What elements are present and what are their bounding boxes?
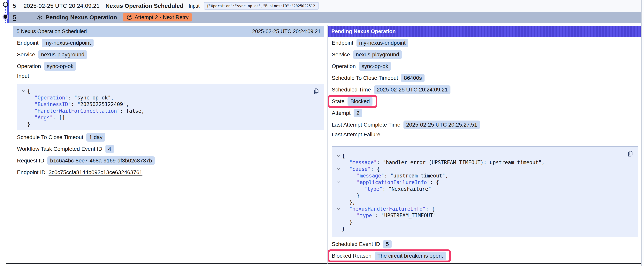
field-row-scheduled-time: Scheduled Time2025-02-25 UTC 20:24:09.21 (328, 84, 642, 96)
field-value-chip: 2 (354, 109, 362, 117)
json-key: "cause" (349, 166, 371, 172)
event-name: Nexus Operation Scheduled (106, 3, 184, 9)
chevron-down-icon[interactable] (337, 167, 340, 170)
event-timestamp: 2025-02-25 UTC 20:24:09.21 (24, 3, 100, 9)
chevron-down-icon[interactable] (337, 207, 340, 210)
json-value: false (126, 108, 141, 114)
field-value-chip: nexus-playground (353, 50, 402, 59)
scheduled-panel-header: 5 Nexus Operation Scheduled 2025-02-25 U… (13, 26, 324, 37)
open-circle-icon[interactable] (3, 2, 8, 7)
field-row-workflow-task-completed-event-id: Workflow Task Completed Event ID4 (13, 143, 324, 155)
json-value: } (27, 121, 30, 127)
field-label: Blocked Reason (332, 253, 372, 259)
field-value-chip: sync-op-ok (44, 62, 76, 71)
json-line: { (20, 88, 318, 94)
field-label: Request ID (17, 158, 44, 164)
json-value: "sync-op-ok" (74, 95, 111, 101)
json-line: "message": "upstream timeout", (335, 172, 632, 179)
chevron-down-icon[interactable] (337, 154, 340, 157)
json-value: "upstream timeout" (390, 173, 445, 179)
field-value-chip: Blocked (348, 97, 372, 106)
failure-block-label: Last Attempt Failure (328, 131, 642, 138)
scheduled-fields-top: Endpointmy-nexus-endpointServicenexus-pl… (13, 37, 324, 72)
json-key: "applicationFailureInfo" (357, 179, 430, 185)
json-value: [] (59, 115, 65, 121)
json-line: "cause": { (335, 166, 632, 172)
pending-event-name: Pending Nexus Operation (46, 14, 117, 21)
event-row-pending-nexus-operation[interactable]: 5 Pending Nexus Operation Attempt 2 · Ne… (9, 12, 641, 23)
annotation-highlight-box: Blocked ReasonThe circuit breaker is ope… (328, 249, 451, 262)
event-id-link[interactable]: 5 (13, 3, 16, 9)
json-line: } (335, 219, 632, 225)
json-value: : (120, 108, 126, 114)
event-row-nexus-operation-scheduled[interactable]: 5 2025-02-25 UTC 20:24:09.21 Nexus Opera… (9, 0, 641, 12)
json-line: }, (335, 199, 632, 205)
field-row-operation: Operationsync-op-ok (13, 61, 324, 72)
scrollbar[interactable] (641, 0, 644, 266)
asterisk-icon (37, 14, 43, 21)
field-row-service: Servicenexus-playground (13, 49, 324, 61)
json-value: : (375, 212, 381, 218)
annotation-highlight-box: StateBlocked (328, 95, 377, 108)
json-key: "message" (349, 159, 377, 165)
json-value: : { (371, 166, 380, 172)
json-value: } (349, 219, 352, 225)
field-link-value[interactable]: 3c0c75ccfa8144b092c13ce632463761 (48, 169, 142, 175)
json-value: "NexusFailure" (388, 186, 431, 192)
json-value: : { (430, 179, 439, 185)
retry-badge-label: Attempt 2 · Next Retry (134, 14, 188, 21)
event-id-link[interactable]: 5 (13, 14, 16, 21)
pending-fields-bottom: Scheduled Event ID5Blocked ReasonThe cir… (328, 238, 642, 262)
field-value-chip: my-nexus-endpoint (356, 39, 408, 47)
retry-attempt-badge[interactable]: Attempt 2 · Next Retry (123, 13, 192, 22)
field-label: Endpoint (17, 40, 38, 46)
json-key: "type" (364, 186, 382, 192)
json-value: }, (349, 199, 355, 205)
json-key: "BusinessID" (34, 101, 71, 107)
field-value-chip: sync-op-ok (359, 62, 391, 71)
json-value: : (71, 101, 77, 107)
json-value: : (68, 95, 74, 101)
json-line: } (335, 192, 632, 199)
field-row-endpoint: Endpointmy-nexus-endpoint (13, 37, 324, 49)
field-row-blocked-reason: Blocked ReasonThe circuit breaker is ope… (328, 250, 642, 262)
event-detail-area: 5 Nexus Operation Scheduled 2025-02-25 U… (13, 25, 642, 264)
field-value-chip: my-nexus-endpoint (42, 39, 94, 47)
field-label: Service (17, 52, 35, 58)
json-line: "Operation": "sync-op-ok", (20, 94, 318, 101)
field-value-chip: 4 (106, 145, 114, 153)
field-label: Last Attempt Complete Time (332, 122, 400, 128)
json-key: "message" (357, 173, 384, 179)
json-value: "20250225122409" (77, 101, 126, 107)
panel-title: 5 Nexus Operation Scheduled (16, 29, 87, 35)
json-line-gutter (20, 91, 27, 92)
copy-icon[interactable] (313, 88, 319, 96)
temporal-event-history: 5 2025-02-25 UTC 20:24:09.21 Nexus Opera… (0, 0, 644, 266)
json-line-gutter (335, 208, 342, 209)
field-label: Operation (332, 63, 356, 69)
field-value-chip: 1 day (86, 133, 105, 142)
field-label: State (332, 98, 344, 105)
json-key: "nexusHandlerFailureInfo" (349, 206, 426, 212)
field-row-request-id: Request IDb1c6a4bc-8ee7-468a-9169-df3b02… (13, 155, 324, 167)
chevron-down-icon[interactable] (337, 180, 340, 183)
json-key: "HandlerWaitForCancellation" (34, 108, 120, 114)
json-line: } (335, 225, 632, 232)
json-value: : (53, 115, 59, 121)
json-line: "HandlerWaitForCancellation": false, (20, 108, 318, 114)
filled-dot-icon[interactable] (4, 15, 8, 19)
json-line: "message": "handler error (UPSTREAM_TIME… (335, 159, 632, 166)
input-inline-label: Input (189, 3, 200, 9)
panel-title: Pending Nexus Operation (331, 29, 396, 35)
json-line: { (335, 152, 632, 159)
field-value-chip: 2025-02-25 UTC 20:24:09.21 (374, 85, 450, 94)
input-preview-chip[interactable]: {"Operation":"sync-op-ok","BusinessID":"… (204, 2, 319, 10)
json-value: "UPSTREAM_TIMEOUT" (381, 212, 436, 218)
scheduled-fields-bottom: Schedule To Close Timeout1 dayWorkflow T… (13, 131, 324, 178)
json-value: : (377, 159, 383, 165)
copy-icon[interactable] (627, 151, 633, 158)
json-value: , (111, 95, 114, 101)
pending-fields-top: Endpointmy-nexus-endpointServicenexus-pl… (328, 37, 642, 131)
retry-icon (126, 15, 132, 20)
chevron-down-icon[interactable] (22, 89, 25, 92)
